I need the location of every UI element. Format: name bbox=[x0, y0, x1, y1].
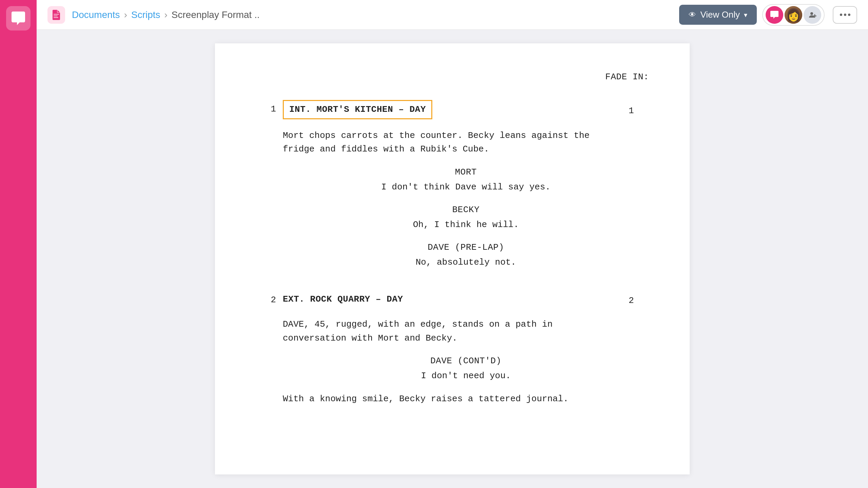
scene-1-char-3: DAVE (PRE-LAP) bbox=[283, 241, 649, 254]
main-container: Documents › Scripts › Screenplay Format … bbox=[37, 0, 868, 488]
scene-2-heading: EXT. ROCK QUARRY – DAY bbox=[283, 291, 403, 308]
svg-rect-3 bbox=[54, 16, 58, 16]
user-avatar[interactable] bbox=[785, 6, 802, 24]
svg-rect-1 bbox=[14, 18, 20, 19]
document-page: FADE IN: 1 INT. MORT'S KITCHEN – DAY 1 M… bbox=[215, 43, 690, 474]
breadcrumb-filename: Screenplay Format .. bbox=[172, 9, 260, 20]
scene-2-action: DAVE, 45, rugged, with an edge, stands o… bbox=[283, 318, 649, 345]
scene-1-content: INT. MORT'S KITCHEN – DAY 1 Mort chops c… bbox=[283, 100, 649, 272]
scene-2-char-1: DAVE (CONT'D) bbox=[283, 354, 649, 368]
scene-1-dialogue-3: No, absolutely not. bbox=[283, 256, 649, 269]
view-only-label: View Only bbox=[700, 9, 740, 20]
more-options-button[interactable] bbox=[833, 6, 857, 24]
dot-3 bbox=[848, 14, 850, 16]
app-logo[interactable] bbox=[6, 6, 31, 30]
topbar: Documents › Scripts › Screenplay Format … bbox=[37, 0, 868, 30]
document-area: FADE IN: 1 INT. MORT'S KITCHEN – DAY 1 M… bbox=[37, 30, 868, 488]
breadcrumb-scripts[interactable]: Scripts bbox=[131, 9, 160, 20]
eye-icon: 👁 bbox=[689, 11, 696, 19]
svg-rect-4 bbox=[54, 17, 58, 18]
breadcrumb: Documents › Scripts › Screenplay Format … bbox=[72, 9, 668, 20]
sidebar bbox=[0, 0, 37, 488]
script-content: FADE IN: 1 INT. MORT'S KITCHEN – DAY 1 M… bbox=[256, 70, 649, 414]
chevron-down-icon: ▾ bbox=[744, 11, 747, 19]
user-avatar-image bbox=[785, 6, 802, 24]
chat-bubble-icon bbox=[769, 10, 780, 20]
scene-1-number-right: 1 bbox=[622, 102, 649, 118]
document-icon bbox=[51, 10, 61, 20]
svg-point-5 bbox=[810, 12, 813, 15]
scene-1-heading-row: 1 INT. MORT'S KITCHEN – DAY 1 Mort chops… bbox=[256, 100, 649, 272]
scene-2-content: EXT. ROCK QUARRY – DAY 2 DAVE, 45, rugge… bbox=[283, 291, 649, 414]
scene-2-action-2: With a knowing smile, Becky raises a tat… bbox=[283, 392, 649, 406]
breadcrumb-documents[interactable]: Documents bbox=[72, 9, 120, 20]
scene-1: 1 INT. MORT'S KITCHEN – DAY 1 Mort chops… bbox=[256, 100, 649, 272]
collaborators-group bbox=[762, 4, 825, 26]
scene-1-char-1: MORT bbox=[283, 166, 649, 179]
logo-icon bbox=[10, 10, 26, 26]
doc-icon-container bbox=[47, 6, 65, 24]
scene-2-number-right: 2 bbox=[622, 291, 649, 307]
scene-1-action: Mort chops carrots at the counter. Becky… bbox=[283, 129, 649, 156]
fade-in-text: FADE IN: bbox=[256, 70, 649, 84]
breadcrumb-sep-2: › bbox=[164, 9, 167, 20]
scene-2-number-left: 2 bbox=[256, 291, 283, 307]
svg-rect-2 bbox=[54, 14, 59, 15]
dot-1 bbox=[840, 14, 842, 16]
breadcrumb-sep-1: › bbox=[124, 9, 127, 20]
add-user-icon bbox=[808, 11, 816, 19]
scene-2-heading-row: 2 EXT. ROCK QUARRY – DAY 2 DAVE, 45, rug… bbox=[256, 291, 649, 414]
scene-2-dialogue-1: I don't need you. bbox=[283, 369, 649, 383]
dot-2 bbox=[844, 14, 846, 16]
add-collaborator-button[interactable] bbox=[804, 6, 821, 24]
topbar-right bbox=[757, 4, 857, 26]
scene-1-char-2: BECKY bbox=[283, 203, 649, 217]
avatar-chat-icon[interactable] bbox=[766, 6, 783, 24]
view-only-button[interactable]: 👁 View Only ▾ bbox=[679, 5, 757, 25]
scene-2: 2 EXT. ROCK QUARRY – DAY 2 DAVE, 45, rug… bbox=[256, 291, 649, 414]
scene-1-dialogue-2: Oh, I think he will. bbox=[283, 218, 649, 231]
scene-1-dialogue-1: I don't think Dave will say yes. bbox=[283, 180, 649, 194]
scene-1-number-left: 1 bbox=[256, 100, 283, 116]
scene-1-heading: INT. MORT'S KITCHEN – DAY bbox=[283, 100, 432, 119]
svg-rect-0 bbox=[14, 15, 22, 16]
